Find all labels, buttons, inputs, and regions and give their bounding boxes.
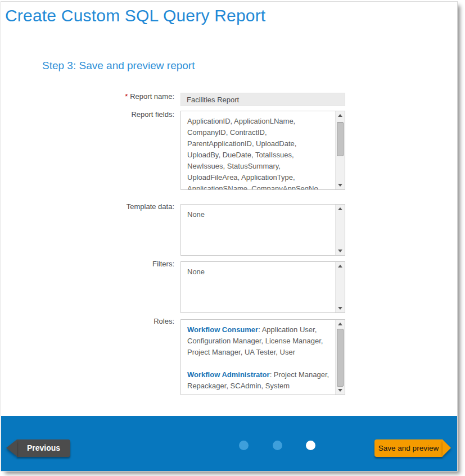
scroll-down-button[interactable]: [336, 181, 345, 189]
roles-value: Workflow Consumer: Application User, Con…: [181, 320, 335, 395]
triangle-down-icon: [338, 307, 342, 310]
scroll-thumb[interactable]: [337, 122, 344, 156]
roles-label: Roles:: [1, 317, 174, 325]
previous-button[interactable]: Previous: [17, 439, 70, 457]
template-data-label: Template data:: [1, 202, 174, 211]
role-group-separator: :: [270, 370, 274, 379]
report-fields-box[interactable]: ApplicationID, ApplicationLName, Company…: [180, 111, 345, 190]
triangle-down-icon: [338, 184, 342, 187]
role-group-name: Workflow Administrator: [187, 370, 270, 379]
template-data-scrollbar[interactable]: [335, 205, 345, 255]
report-fields-scrollbar[interactable]: [335, 111, 345, 189]
triangle-down-icon: [338, 389, 342, 392]
filters-scrollbar[interactable]: [335, 262, 345, 312]
scroll-up-button[interactable]: [336, 262, 345, 270]
triangle-up-icon: [338, 323, 342, 325]
page-title: Create Custom SQL Query Report: [5, 6, 265, 25]
report-name-label: *Report name:: [1, 92, 174, 101]
roles-box[interactable]: Workflow Consumer: Application User, Con…: [180, 319, 345, 395]
roles-scrollbar[interactable]: [335, 320, 345, 395]
report-name-input[interactable]: [180, 93, 345, 106]
previous-button-label: Previous: [27, 443, 60, 452]
triangle-up-icon: [338, 207, 342, 210]
scroll-up-button[interactable]: [336, 111, 345, 120]
role-group: Workflow Administrator: Project Manager,…: [187, 369, 332, 395]
required-asterisk: *: [125, 92, 128, 101]
report-fields-value: ApplicationID, ApplicationLName, Company…: [181, 111, 335, 189]
footer-bar: Previous Save and preview: [1, 416, 457, 471]
report-fields-label: Report fields:: [1, 110, 174, 119]
scroll-down-button[interactable]: [336, 386, 345, 395]
report-name-label-text: Report name:: [130, 92, 174, 101]
save-and-preview-button[interactable]: Save and preview: [374, 439, 443, 457]
filters-label: Filters:: [1, 260, 174, 268]
scroll-up-button[interactable]: [336, 205, 345, 213]
save-and-preview-button-label: Save and preview: [378, 444, 439, 452]
role-group-name: Workflow Consumer: [187, 325, 258, 334]
wizard-window: Create Custom SQL Query Report Step 3: S…: [1, 1, 458, 472]
role-group: Workflow Consumer: Application User, Con…: [187, 324, 332, 358]
triangle-up-icon: [338, 265, 342, 268]
step-indicator-dot-3-active: [306, 441, 315, 450]
filters-value: None: [181, 262, 335, 312]
scroll-down-button[interactable]: [336, 247, 345, 255]
scroll-down-button[interactable]: [336, 304, 345, 312]
template-data-value: None: [181, 205, 335, 255]
triangle-up-icon: [338, 114, 342, 117]
step-heading: Step 3: Save and preview report: [42, 60, 195, 72]
step-indicator-dot-2: [273, 441, 282, 450]
scroll-thumb[interactable]: [337, 329, 344, 387]
step-indicator-dot-1: [239, 441, 249, 450]
filters-box[interactable]: None: [180, 261, 345, 313]
triangle-down-icon: [338, 250, 342, 252]
template-data-box[interactable]: None: [180, 204, 345, 256]
scroll-up-button[interactable]: [336, 320, 345, 328]
